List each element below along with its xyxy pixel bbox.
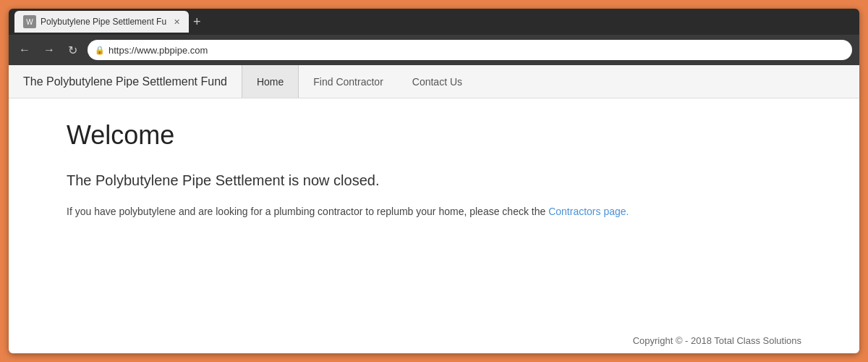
address-input-wrapper[interactable]: 🔒 https://www.pbpipe.com bbox=[88, 40, 852, 60]
title-bar: W Polybutylene Pipe Settlement Fu ✕ + bbox=[9, 9, 859, 35]
nav-home[interactable]: Home bbox=[242, 65, 299, 98]
active-tab[interactable]: W Polybutylene Pipe Settlement Fu ✕ bbox=[14, 11, 189, 33]
nav-links: Home Find Contractor Contact Us bbox=[242, 65, 477, 98]
address-bar: ← → ↻ 🔒 https://www.pbpipe.com bbox=[9, 35, 859, 65]
refresh-button[interactable]: ↻ bbox=[65, 42, 80, 59]
forward-button[interactable]: → bbox=[41, 42, 58, 58]
website-content: The Polybutylene Pipe Settlement Fund Ho… bbox=[9, 65, 859, 353]
info-text-before-link: If you have polybutylene and are looking… bbox=[67, 206, 548, 217]
tab-area: W Polybutylene Pipe Settlement Fu ✕ + bbox=[14, 11, 854, 33]
site-nav: The Polybutylene Pipe Settlement Fund Ho… bbox=[9, 65, 859, 98]
copyright-text: Copyright © - 2018 Total Class Solutions bbox=[633, 335, 801, 346]
info-text: If you have polybutylene and are looking… bbox=[67, 203, 801, 219]
tab-favicon: W bbox=[23, 15, 36, 28]
site-footer: Copyright © - 2018 Total Class Solutions bbox=[9, 328, 859, 353]
new-tab-button[interactable]: + bbox=[189, 15, 205, 28]
site-title: The Polybutylene Pipe Settlement Fund bbox=[23, 75, 227, 88]
browser-window: W Polybutylene Pipe Settlement Fu ✕ + ← … bbox=[9, 9, 859, 353]
settlement-closed: The Polybutylene Pipe Settlement is now … bbox=[67, 172, 801, 189]
contractors-page-link[interactable]: Contractors page. bbox=[548, 206, 629, 217]
back-button[interactable]: ← bbox=[16, 42, 33, 58]
url-text: https://www.pbpipe.com bbox=[109, 45, 208, 56]
tab-close-button[interactable]: ✕ bbox=[174, 17, 180, 27]
welcome-heading: Welcome bbox=[67, 120, 801, 151]
main-content: Welcome The Polybutylene Pipe Settlement… bbox=[9, 98, 859, 328]
lock-icon: 🔒 bbox=[95, 46, 105, 55]
nav-contact-us[interactable]: Contact Us bbox=[398, 65, 477, 98]
tab-title: Polybutylene Pipe Settlement Fu bbox=[41, 17, 166, 27]
favicon-text: W bbox=[26, 18, 33, 26]
nav-find-contractor[interactable]: Find Contractor bbox=[299, 65, 397, 98]
